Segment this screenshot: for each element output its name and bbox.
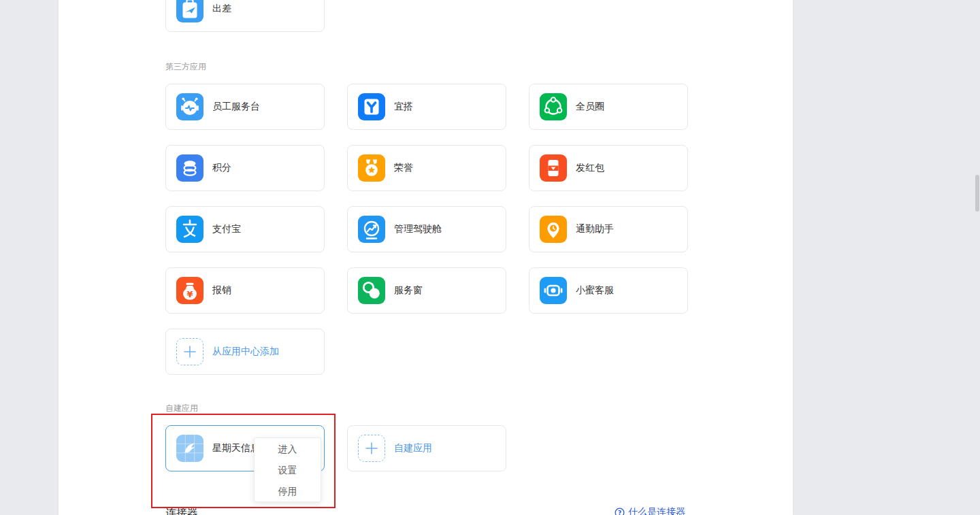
app-card-label: 发红包 [576,162,604,174]
app-card-alipay[interactable]: 支付宝 [165,206,325,252]
plus-icon [176,338,203,365]
app-card-label: 报销 [212,284,231,297]
plus-icon [358,435,385,462]
what-is-connector-label: 什么是连接器 [628,506,685,515]
third-party-section-label: 第三方应用 [165,61,206,73]
app-card-points[interactable]: 积分 [165,145,325,191]
app-card-label: 服务窗 [394,284,423,297]
app-card-label: 星期天信息 [212,442,260,454]
app-card-honor[interactable]: 荣誉 [347,145,506,191]
customer-service-icon [540,277,567,304]
app-card-label: 通勤助手 [576,223,614,235]
app-card-label: 全员圈 [576,101,604,113]
self-built-section-label: 自建应用 [165,403,198,414]
points-icon [176,154,203,182]
vertical-scrollbar-thumb[interactable] [975,175,979,212]
app-card-colleague-circle[interactable]: 全员圈 [529,84,688,130]
app-card-reimbursement[interactable]: ¥ 报销 [165,267,325,314]
app-card-label: 小蜜客服 [576,284,614,297]
employee-service-desk-icon [176,93,203,120]
context-menu-item-disable[interactable]: 停用 [255,481,321,502]
app-card-label: 管理驾驶舱 [394,223,442,235]
management-cockpit-icon [358,216,385,243]
app-card-label: 支付宝 [212,223,241,235]
app-card-customer-service[interactable]: 小蜜客服 [529,267,688,314]
business-trip-icon [176,0,203,22]
add-from-app-center-label: 从应用中心添加 [212,346,279,358]
app-card-label: 员工服务台 [212,101,260,113]
service-window-icon [358,277,385,304]
app-card-business-trip[interactable]: 出差 [165,0,325,32]
reimbursement-icon: ¥ [176,277,203,304]
app-card-employee-service-desk[interactable]: 员工服务台 [165,84,325,130]
context-menu-item-settings[interactable]: 设置 [255,460,321,481]
create-self-built-app-button[interactable]: 自建应用 [347,425,506,471]
app-context-menu: 进入 设置 停用 [254,437,321,502]
content-panel: 出差 第三方应用 员工服务台 宜 [59,0,793,515]
app-card-label: 宜搭 [394,101,413,113]
connector-section-title: 连接器 [165,506,198,515]
app-card-service-window[interactable]: 服务窗 [347,267,506,314]
app-card-management-cockpit[interactable]: 管理驾驶舱 [347,206,506,252]
commute-assistant-icon [540,216,567,243]
app-card-commute-assistant[interactable]: 通勤助手 [529,206,688,252]
app-card-yida[interactable]: 宜搭 [347,84,506,130]
honor-icon [358,154,385,182]
add-from-app-center-button[interactable]: 从应用中心添加 [165,329,325,375]
red-packet-icon [540,154,567,182]
yida-icon [358,93,385,120]
app-card-label: 出差 [212,3,231,15]
question-circle-icon: ? [615,508,625,515]
app-management-page: 出差 第三方应用 员工服务台 宜 [0,0,980,515]
svg-text:?: ? [618,509,621,515]
alipay-icon [176,216,203,243]
app-card-label: 积分 [212,162,231,174]
xingqitian-app-icon [176,435,203,462]
colleague-circle-icon [540,93,567,120]
what-is-connector-link[interactable]: ? 什么是连接器 [615,506,685,515]
context-menu-item-enter[interactable]: 进入 [255,439,321,460]
app-card-red-packet[interactable]: 发红包 [529,145,688,191]
app-card-label: 荣誉 [394,162,413,174]
svg-text:¥: ¥ [186,289,193,299]
create-self-built-app-label: 自建应用 [394,442,432,454]
